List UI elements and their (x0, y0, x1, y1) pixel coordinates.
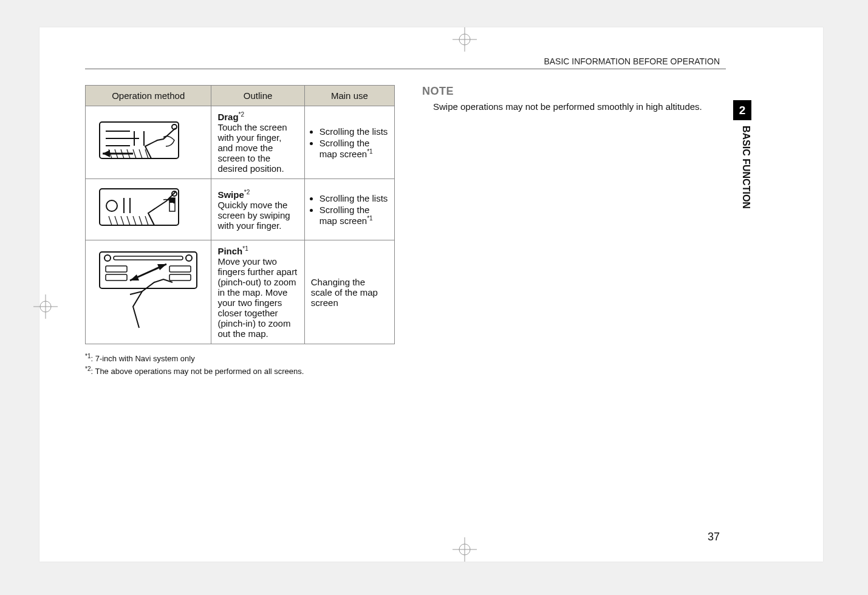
running-head: BASIC INFORMATION BEFORE OPERATION (544, 56, 720, 66)
svg-rect-16 (100, 189, 179, 225)
illustration-drag (86, 106, 211, 179)
mainuse-cell: Scrolling the lists Scrolling the map sc… (304, 179, 394, 240)
svg-rect-29 (169, 198, 175, 203)
svg-line-21 (109, 216, 112, 225)
pinch-icon (97, 249, 200, 334)
outline-body: Quickly move the screen by swiping with … (217, 200, 290, 231)
sup-ref: *1 (367, 148, 372, 155)
col-header-operation: Operation method (86, 86, 211, 106)
page: BASIC INFORMATION BEFORE OPERATION 2 BAS… (39, 27, 823, 562)
left-column: Operation method Outline Main use (85, 85, 395, 379)
outline-body: Move your two fingers further apart (pin… (217, 256, 297, 339)
swipe-icon (97, 183, 200, 234)
table-row: Pinch*1 Move your two fingers further ap… (86, 240, 395, 344)
sup-ref: *2 (244, 189, 250, 195)
illustration-swipe (86, 179, 211, 240)
svg-line-14 (139, 149, 142, 158)
outline-cell: Pinch*1 Move your two fingers further ap… (211, 240, 304, 344)
sup-ref: *1 (242, 245, 248, 252)
outline-body: Touch the screen with your finger, and m… (217, 122, 287, 174)
mainuse-cell: Scrolling the lists Scrolling the map sc… (304, 106, 394, 179)
footnote-1: *1: 7-inch with Navi system only (85, 353, 395, 363)
use-single: Changing the scale of the map screen (311, 277, 378, 308)
svg-line-23 (121, 216, 124, 225)
chapter-side-label: BASIC FUNCTION (733, 126, 751, 247)
svg-marker-8 (103, 150, 110, 157)
use-text: Scrolling the map screen (320, 138, 370, 159)
registration-mark-icon (453, 537, 477, 562)
chapter-tab: 2 (733, 100, 751, 120)
illustration-pinch (86, 240, 211, 344)
svg-line-27 (145, 216, 148, 225)
use-item: Scrolling the map screen*1 (320, 205, 388, 226)
gesture-name: Swipe (217, 189, 244, 200)
table-row: Swipe*2 Quickly move the screen by swipi… (86, 179, 395, 240)
use-text: Scrolling the map screen (320, 205, 370, 226)
svg-point-18 (106, 200, 117, 211)
svg-line-22 (115, 216, 118, 225)
svg-line-24 (127, 216, 130, 225)
footnotes: *1: 7-inch with Navi system only *2: The… (85, 353, 395, 376)
drag-icon (97, 116, 200, 168)
use-item: Scrolling the map screen*1 (320, 138, 388, 159)
footnote-text: : The above operations may not be perfor… (91, 367, 304, 376)
svg-rect-33 (114, 256, 183, 260)
svg-rect-35 (106, 274, 127, 280)
col-header-mainuse: Main use (304, 86, 394, 106)
svg-line-26 (139, 216, 142, 225)
svg-rect-36 (169, 266, 191, 272)
svg-rect-34 (106, 266, 127, 272)
gesture-name: Pinch (217, 246, 242, 256)
sup-ref: *1 (367, 215, 372, 222)
outline-cell: Drag*2 Touch the screen with your finger… (211, 106, 304, 179)
use-item: Scrolling the lists (320, 193, 388, 203)
right-column: NOTE Swipe operations may not be perform… (422, 85, 726, 112)
outline-cell: Swipe*2 Quickly move the screen by swipi… (211, 179, 304, 240)
table-header-row: Operation method Outline Main use (86, 86, 395, 106)
table-row: Drag*2 Touch the screen with your finger… (86, 106, 395, 179)
registration-mark-icon (33, 294, 58, 319)
svg-rect-30 (100, 252, 197, 288)
page-number: 37 (708, 531, 720, 543)
registration-mark-icon (453, 27, 477, 52)
svg-rect-37 (169, 274, 191, 280)
use-item: Scrolling the lists (320, 126, 388, 137)
footnote-2: *2: The above operations may not be perf… (85, 365, 395, 376)
svg-line-13 (133, 149, 136, 158)
sup-ref: *2 (239, 111, 244, 118)
svg-point-32 (186, 255, 192, 261)
svg-point-31 (104, 255, 111, 261)
col-header-outline: Outline (211, 86, 304, 106)
svg-line-25 (133, 216, 136, 225)
header-rule (85, 69, 726, 69)
footnote-text: : 7-inch with Navi system only (91, 354, 194, 363)
svg-marker-39 (130, 274, 139, 280)
operation-table: Operation method Outline Main use (85, 85, 395, 344)
mainuse-cell: Changing the scale of the map screen (304, 240, 394, 344)
note-body: Swipe operations may not be performed sm… (422, 101, 726, 112)
note-heading: NOTE (422, 85, 726, 98)
svg-marker-40 (157, 264, 166, 270)
gesture-name: Drag (217, 112, 238, 122)
